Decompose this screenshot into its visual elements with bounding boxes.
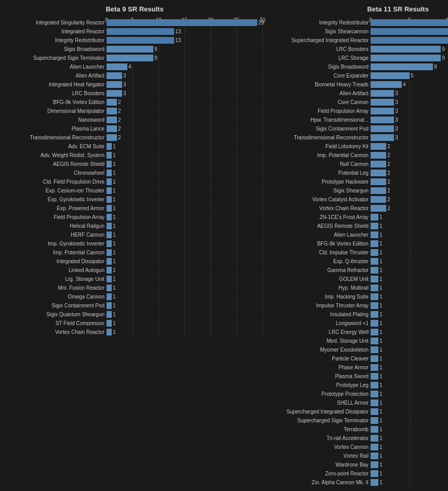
bar-label: Vortex Catalyst Activator bbox=[269, 197, 371, 202]
bar-value: 8 bbox=[434, 64, 437, 70]
bar bbox=[107, 223, 112, 229]
bar bbox=[371, 19, 448, 26]
bar-row: Mni. Fusion Reactor1 bbox=[5, 283, 264, 292]
bar bbox=[371, 63, 433, 70]
bar-value: 1 bbox=[379, 312, 383, 317]
bar bbox=[107, 187, 112, 194]
bar-label: Integrated Dissipator bbox=[5, 259, 107, 264]
bar bbox=[371, 196, 386, 203]
bar bbox=[371, 285, 378, 291]
bar-value: 2 bbox=[387, 188, 390, 193]
bar bbox=[371, 293, 378, 300]
bar-value: 1 bbox=[113, 197, 116, 202]
bar-label: Impulse Thruster Array bbox=[269, 303, 371, 308]
bar bbox=[371, 435, 378, 442]
bar-label: BFG-9k Vortex Edition bbox=[269, 241, 371, 247]
bar bbox=[371, 426, 378, 433]
bar-value: 1 bbox=[379, 320, 383, 326]
bar-value: 1 bbox=[379, 329, 383, 335]
bar-label: Linked Autogun bbox=[5, 267, 107, 273]
beta9-chart: Beta 9 SR Results 051015202530 Integrate… bbox=[5, 5, 264, 487]
bar-label: Integrated Singularity Reactor bbox=[5, 20, 107, 25]
bar-label: Field Lobotomy Kit bbox=[269, 144, 371, 149]
bar-value: 2 bbox=[387, 144, 390, 149]
bar-value: 1 bbox=[113, 161, 116, 167]
bar-row: Alien Launcher4 bbox=[5, 62, 264, 71]
bar-value: 1 bbox=[379, 462, 383, 468]
bar-row: Field Lobotomy Kit2 bbox=[269, 142, 448, 150]
bar-value: 1 bbox=[379, 285, 383, 291]
bar-label: Myomer Exoskeleton bbox=[269, 347, 371, 353]
bar-label: Core Cannon bbox=[269, 99, 371, 105]
bar-label: Prototype Leg bbox=[269, 382, 371, 388]
bar-value: 9 bbox=[154, 46, 157, 52]
bar-label: Null Cannon bbox=[269, 161, 371, 167]
bar-row: Vortex Catalyst Activator2 bbox=[269, 195, 448, 203]
bar bbox=[371, 311, 378, 318]
bar-label: Exp. Powered Armor bbox=[5, 205, 107, 211]
bar-row: Integrated Dissipator1 bbox=[5, 257, 264, 265]
bar bbox=[107, 267, 112, 274]
bar bbox=[371, 346, 378, 353]
bar-label: Adv. Weight Redist. System bbox=[5, 152, 107, 158]
bar bbox=[371, 364, 378, 371]
bar-value: 1 bbox=[379, 232, 383, 238]
bar-value: 1 bbox=[379, 241, 383, 247]
bar bbox=[107, 329, 112, 335]
bar-label: Longsword +1 bbox=[269, 320, 371, 326]
bar-value: 3 bbox=[395, 135, 398, 140]
bar-value: 1 bbox=[379, 418, 383, 423]
bar-row: Med. Storage Unit1 bbox=[269, 337, 448, 345]
bar-label: Vortex Chain Reactor bbox=[269, 205, 371, 211]
bar bbox=[107, 214, 112, 221]
bar bbox=[371, 444, 378, 450]
bar-row: Dimensional Manipulator2 bbox=[5, 107, 264, 115]
bar-value: 1 bbox=[113, 285, 116, 291]
bar bbox=[371, 453, 378, 459]
bar-row: Nanosword2 bbox=[5, 115, 264, 124]
bar-label: GOLEM Unit bbox=[269, 276, 371, 282]
bar-label: Prototype Protection bbox=[269, 391, 371, 397]
bar-value: 1 bbox=[379, 400, 383, 406]
bar bbox=[107, 99, 117, 106]
bar bbox=[371, 417, 378, 424]
bar-row: Plasma Lance2 bbox=[5, 124, 264, 133]
bar bbox=[371, 355, 378, 362]
bar-row: LRC Boosters9 bbox=[269, 45, 448, 53]
bar-row: Supercharged Sigix Terminator9 bbox=[5, 54, 264, 62]
bar bbox=[107, 249, 112, 256]
bar-row: Imp. Potential Cannon2 bbox=[269, 151, 448, 159]
bar bbox=[107, 170, 112, 176]
bar-row: Sigix Broadsword8 bbox=[269, 62, 448, 71]
bar-value: 1 bbox=[379, 373, 383, 379]
bar-value: 1 bbox=[379, 338, 383, 344]
bar-value: 1 bbox=[379, 250, 383, 255]
bar-row: Particle Cleaver1 bbox=[269, 354, 448, 363]
beta9-title: Beta 9 SR Results bbox=[5, 5, 264, 13]
bar-row: Helical Railgun1 bbox=[5, 222, 264, 230]
bar bbox=[107, 293, 112, 300]
beta11-title: Beta 11 SR Results bbox=[269, 5, 448, 13]
bar-value: 2 bbox=[387, 170, 390, 176]
bar-value: 1 bbox=[113, 294, 116, 300]
bar-label: Insulated Plating bbox=[269, 312, 371, 317]
bar-row: Wardrone Bay1 bbox=[269, 460, 448, 469]
bar-value: 4 bbox=[403, 82, 406, 87]
bar-value: 1 bbox=[113, 329, 116, 335]
bar bbox=[107, 152, 112, 159]
bar-row: Hpw. Transdimensional...3 bbox=[269, 115, 448, 124]
bar-row: Exp. Powered Armor1 bbox=[5, 204, 264, 212]
bar bbox=[371, 399, 378, 406]
bar-row: Field Propulsion Array1 bbox=[5, 213, 264, 221]
bar-row: Integrity Redistributor18 bbox=[269, 18, 448, 27]
bar-label: Alien Launcher bbox=[5, 64, 107, 70]
bar-label: Supercharged Integrated Reactor bbox=[269, 37, 371, 43]
bar-label: Alien Artifact bbox=[269, 91, 371, 96]
bar-value: 1 bbox=[113, 144, 116, 149]
bar bbox=[371, 461, 378, 468]
bar-label: Sigix Containment Pod bbox=[269, 126, 371, 132]
bar-value: 4 bbox=[128, 64, 131, 70]
bar-label: Particle Cleaver bbox=[269, 356, 371, 361]
bar-row: Linked Autogun1 bbox=[5, 266, 264, 274]
bar bbox=[371, 178, 386, 185]
